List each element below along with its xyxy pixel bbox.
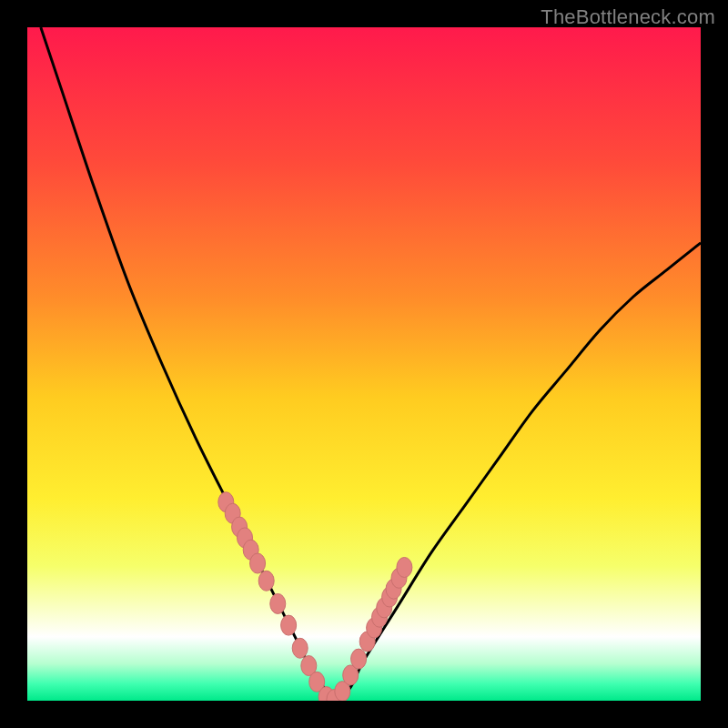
marker-dot [397,557,412,577]
marker-dot [250,553,266,573]
marker-dot [270,593,286,613]
gradient-background [27,27,701,701]
marker-dot [292,638,308,658]
outer-frame: TheBottleneck.com [0,0,728,728]
chart-svg [27,27,701,701]
marker-dot [351,649,367,669]
plot-area [27,27,701,701]
marker-dot [258,571,274,591]
marker-dot [281,615,297,635]
watermark-text: TheBottleneck.com [541,5,715,29]
